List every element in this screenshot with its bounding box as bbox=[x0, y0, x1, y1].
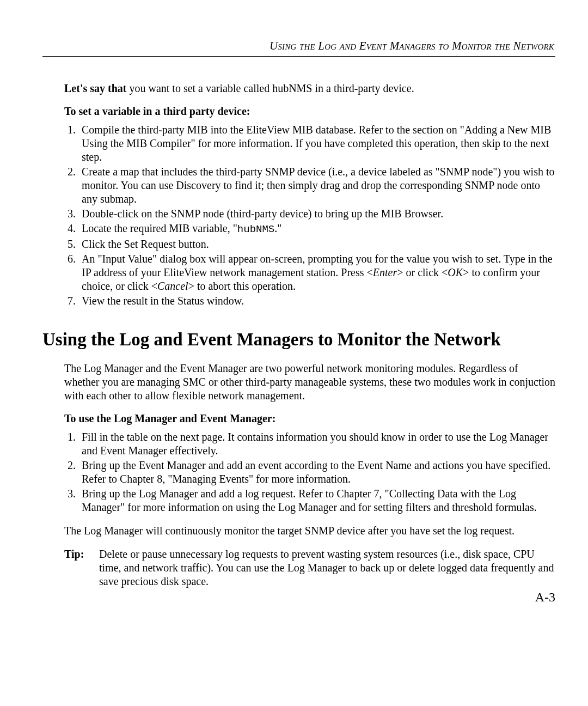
steps-use-managers: Fill in the table on the next page. It c… bbox=[64, 430, 555, 514]
step-item: Compile the third-party MIB into the Eli… bbox=[78, 123, 555, 164]
step-item: Fill in the table on the next page. It c… bbox=[78, 430, 555, 458]
intro-paragraph: Let's say that you want to set a variabl… bbox=[64, 82, 555, 95]
step-item: An "Input Value" dialog box will appear … bbox=[78, 252, 555, 293]
subhead-use-managers: To use the Log Manager and Event Manager… bbox=[64, 412, 555, 425]
step6-ok: OK bbox=[448, 266, 463, 278]
page: Using the Log and Event Managers to Moni… bbox=[0, 0, 588, 706]
section-title: Using the Log and Event Managers to Moni… bbox=[42, 330, 555, 350]
step-item: Create a map that includes the third-par… bbox=[78, 165, 555, 206]
section-intro: The Log Manager and the Event Manager ar… bbox=[64, 362, 555, 403]
step-item: Double-click on the SNMP node (third-par… bbox=[78, 207, 555, 221]
step6-b: > or click < bbox=[397, 266, 448, 278]
intro-rest: you want to set a variable called hubNMS… bbox=[126, 82, 414, 94]
steps-set-variable: Compile the third-party MIB into the Eli… bbox=[64, 123, 555, 308]
intro-lead: Let's say that bbox=[64, 82, 126, 94]
step-item: Locate the required MIB variable, "hubNM… bbox=[78, 222, 555, 236]
tip-label: Tip: bbox=[64, 547, 99, 588]
tip-block: Tip: Delete or pause unnecessary log req… bbox=[64, 547, 555, 588]
step4-pre: Locate the required MIB variable, " bbox=[82, 222, 237, 234]
running-header: Using the Log and Event Managers to Moni… bbox=[42, 39, 555, 57]
step-item: Click the Set Request button. bbox=[78, 238, 555, 251]
step6-enter: Enter bbox=[373, 266, 397, 278]
step6-d: > to abort this operation. bbox=[188, 280, 296, 292]
step4-post: ." bbox=[274, 222, 281, 234]
tip-text: Delete or pause unnecessary log requests… bbox=[99, 547, 555, 588]
subhead-set-variable: To set a variable in a third party devic… bbox=[64, 105, 555, 118]
page-number: A-3 bbox=[535, 590, 555, 605]
step-item: Bring up the Event Manager and add an ev… bbox=[78, 459, 555, 486]
body-block-top: Let's say that you want to set a variabl… bbox=[42, 82, 555, 308]
step4-code: hubNMS bbox=[237, 223, 274, 235]
step-item: Bring up the Log Manager and add a log r… bbox=[78, 487, 555, 514]
followup-paragraph: The Log Manager will continuously monito… bbox=[64, 524, 555, 538]
step-item: View the result in the Status window. bbox=[78, 294, 555, 308]
step6-cancel: Cancel bbox=[157, 280, 188, 292]
body-block-bottom: The Log Manager and the Event Manager ar… bbox=[42, 362, 555, 588]
